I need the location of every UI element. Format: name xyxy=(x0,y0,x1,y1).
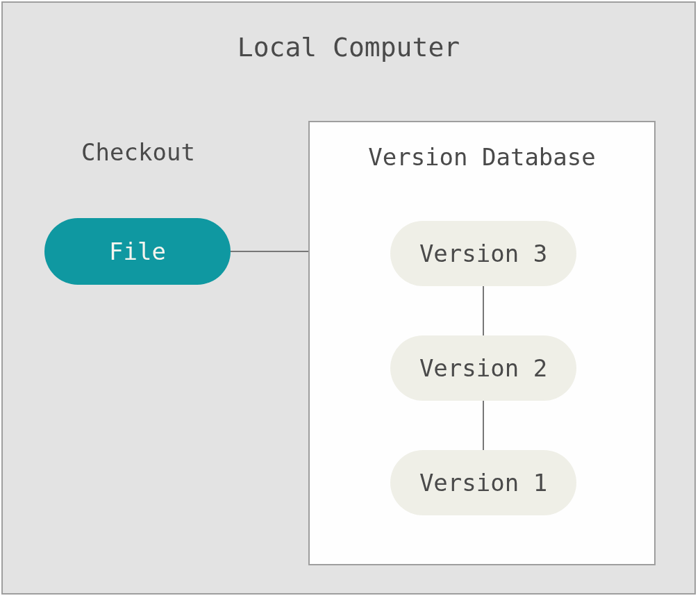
checkout-label: Checkout xyxy=(44,138,232,166)
version-3-node: Version 3 xyxy=(390,221,576,286)
version-database-box: Version Database Version 3 Version 2 Ver… xyxy=(308,121,656,565)
file-node-label: File xyxy=(109,238,166,265)
version-2-label: Version 2 xyxy=(419,354,547,382)
version-1-node: Version 1 xyxy=(390,450,576,515)
version-3-label: Version 3 xyxy=(419,240,547,267)
connector-v3-to-v2 xyxy=(483,286,484,335)
version-1-label: Version 1 xyxy=(419,469,547,497)
file-node: File xyxy=(44,218,231,285)
local-computer-frame: Local Computer Checkout File Version Dat… xyxy=(1,1,696,595)
version-database-title: Version Database xyxy=(310,143,654,171)
main-title: Local Computer xyxy=(3,32,694,63)
version-2-node: Version 2 xyxy=(390,335,576,401)
connector-v2-to-v1 xyxy=(483,401,484,450)
